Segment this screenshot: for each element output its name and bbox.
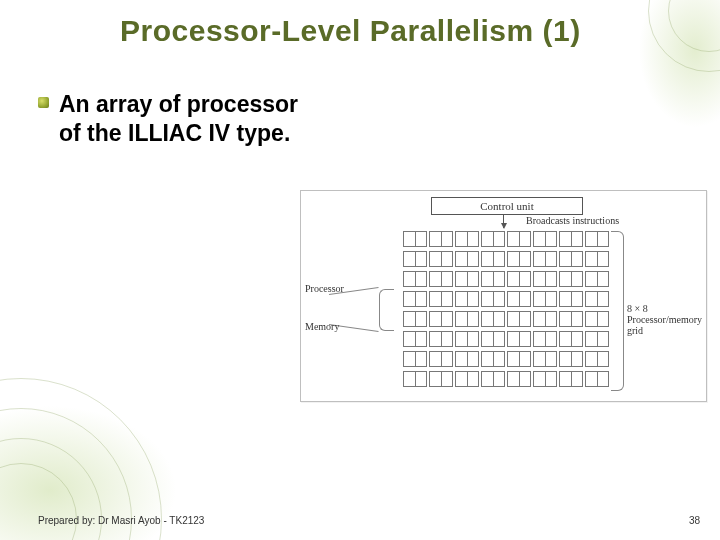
processor-label: Processor [305,283,344,294]
grid-cell [481,351,505,367]
grid-cell [507,371,531,387]
grid-cell [455,371,479,387]
grid-cell [429,331,453,347]
grid-cell [533,231,557,247]
grid-cell [533,251,557,267]
grid-cell [481,271,505,287]
grid-cell [559,351,583,367]
grid-cell [507,251,531,267]
grid-cell [585,251,609,267]
broadcast-label: Broadcasts instructions [526,215,619,226]
grid-cell [585,351,609,367]
grid-cell [481,251,505,267]
arrow-down-icon [503,214,504,228]
grid-cell [403,331,427,347]
grid-cell [455,351,479,367]
footer-text: Prepared by: Dr Masri Ayob - TK2123 [38,515,204,526]
grid-cell [533,311,557,327]
grid-cell [559,291,583,307]
grid-cell [455,311,479,327]
grid-cell [559,271,583,287]
grid-cell [455,271,479,287]
slide: Processor-Level Parallelism (1) An array… [0,0,720,540]
grid-cell [403,291,427,307]
grid-cell [507,291,531,307]
grid-cell [403,351,427,367]
memory-label: Memory [305,321,339,332]
grid-cell [507,271,531,287]
grid-cell [559,311,583,327]
grid-cell [559,371,583,387]
grid-cell [533,291,557,307]
grid-cell [455,291,479,307]
illiac-figure: Control unit Broadcasts instructions 8 ×… [300,190,707,402]
grid-cell [429,271,453,287]
grid-cell [455,331,479,347]
grid-label: 8 × 8 Processor/memory grid [627,303,706,336]
grid-cell [507,331,531,347]
grid-cell [403,271,427,287]
grid-cell [403,311,427,327]
grid-cell [429,311,453,327]
grid-cell [403,251,427,267]
grid-cell [455,251,479,267]
grid-cell [481,231,505,247]
slide-title: Processor-Level Parallelism (1) [120,14,680,48]
grid-cell [559,231,583,247]
processor-memory-grid [403,231,607,389]
control-unit-box: Control unit [431,197,583,215]
grid-cell [585,231,609,247]
grid-cell [533,371,557,387]
decorative-ring [0,463,77,540]
grid-cell [481,291,505,307]
grid-cell [585,291,609,307]
grid-cell [559,251,583,267]
grid-cell [533,331,557,347]
grid-cell [429,291,453,307]
grid-cell [585,331,609,347]
grid-cell [507,231,531,247]
grid-cell [429,371,453,387]
grid-cell [507,351,531,367]
grid-cell [403,371,427,387]
grid-cell [481,311,505,327]
grid-cell [455,231,479,247]
brace-icon [379,289,394,331]
grid-cell [585,271,609,287]
grid-cell [559,331,583,347]
grid-cell [585,371,609,387]
grid-cell [507,311,531,327]
page-number: 38 [689,515,700,526]
grid-cell [429,231,453,247]
bullet-item: An array of processor of the ILLIAC IV t… [38,90,319,149]
bullet-text: An array of processor of the ILLIAC IV t… [59,90,319,149]
bullet-icon [38,97,49,108]
grid-cell [481,331,505,347]
grid-cell [585,311,609,327]
grid-cell [429,251,453,267]
grid-cell [533,271,557,287]
grid-cell [533,351,557,367]
grid-cell [481,371,505,387]
grid-cell [429,351,453,367]
grid-cell [403,231,427,247]
figure-inner: Control unit Broadcasts instructions 8 ×… [301,191,706,401]
brace-icon [611,231,624,391]
